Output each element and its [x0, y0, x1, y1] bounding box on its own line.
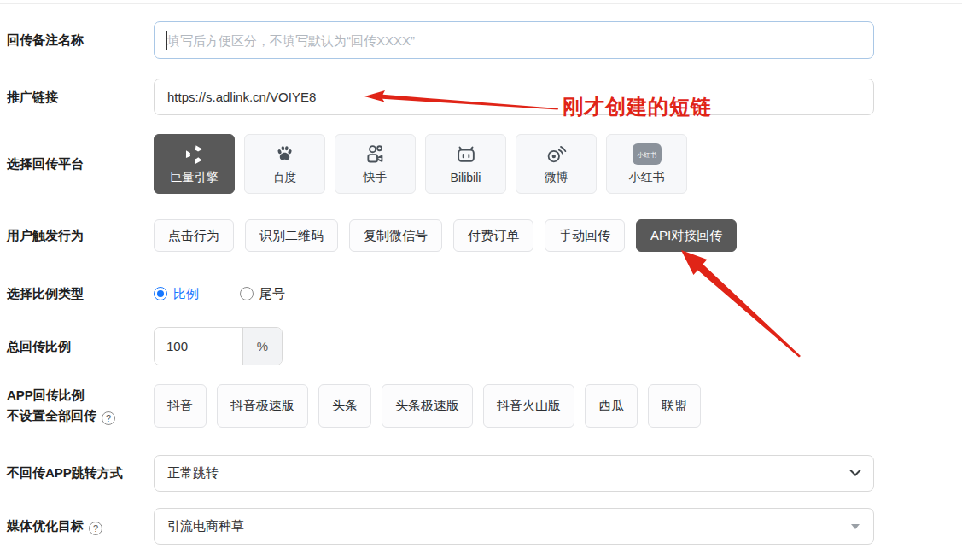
kuaishou-icon [364, 143, 386, 166]
total-ratio-input[interactable] [155, 328, 242, 365]
row-callback-name: 回传备注名称 [0, 21, 962, 59]
baidu-paw-icon [274, 143, 295, 166]
app-huoshan-button[interactable]: 抖音火山版 [483, 384, 574, 428]
platform-label-text: 百度 [273, 170, 297, 185]
media-goal-label: 媒体优化目标? [7, 518, 102, 535]
trigger-label: 用户触发行为 [7, 228, 84, 244]
total-ratio-label: 总回传比例 [7, 338, 71, 354]
platform-label-text: 微博 [545, 170, 568, 185]
platform-label-text: 小红书 [629, 170, 665, 185]
percent-addon: % [242, 328, 282, 365]
app-toutiao-button[interactable]: 头条 [318, 384, 371, 428]
weibo-icon [545, 143, 568, 166]
row-jump-mode: 不回传APP跳转方式 正常跳转 [0, 455, 962, 491]
row-platform: 选择回传平台 巨量引擎 [0, 134, 962, 194]
platform-bilibili[interactable]: Bilibili [425, 134, 506, 194]
platform-oceanengine[interactable]: 巨量引擎 [154, 134, 235, 194]
callback-name-input[interactable] [154, 21, 874, 59]
callback-name-label: 回传备注名称 [7, 32, 84, 49]
help-icon[interactable]: ? [89, 522, 102, 535]
platform-kuaishou[interactable]: 快手 [335, 134, 416, 194]
top-divider [0, 3, 962, 4]
caret-down-icon [851, 524, 860, 529]
xiaohongshu-badge-text: 小红书 [636, 151, 656, 159]
platform-label-text: Bilibili [451, 171, 481, 184]
row-trigger: 用户触发行为 点击行为 识别二维码 复制微信号 付费订单 手动回传 API对接回… [0, 219, 962, 252]
short-link-annotation: 刚才创建的短链 [563, 93, 712, 120]
jump-mode-value: 正常跳转 [167, 465, 219, 481]
row-promo-link: 推广链接 [0, 79, 962, 115]
text-cursor [166, 31, 167, 50]
promo-link-label: 推广链接 [7, 89, 58, 105]
app-toutiao-lite-button[interactable]: 头条极速版 [382, 384, 473, 428]
media-goal-value: 引流电商种草 [167, 518, 244, 534]
row-app-ratio: APP回传比例 不设置全部回传? 抖音 抖音极速版 头条 头条极速版 抖音火山版… [0, 383, 962, 428]
platform-label-text: 巨量引擎 [171, 170, 219, 185]
help-icon[interactable]: ? [102, 411, 115, 425]
total-ratio-group: % [154, 327, 283, 365]
app-douyin-button[interactable]: 抖音 [154, 384, 207, 428]
row-ratio-type: 选择比例类型 比例 尾号 [0, 283, 962, 305]
callback-config-form: 回传备注名称 推广链接 选择回传平台 [0, 0, 962, 560]
chevron-down-icon [849, 470, 861, 477]
trigger-manual-button[interactable]: 手动回传 [545, 219, 625, 252]
platform-label: 选择回传平台 [7, 156, 84, 172]
trigger-copy-wechat-button[interactable]: 复制微信号 [349, 219, 442, 252]
radio-unselected-icon [240, 287, 254, 300]
xiaohongshu-icon: 小红书 [633, 143, 662, 166]
trigger-paid-order-button[interactable]: 付费订单 [453, 219, 533, 252]
platform-baidu[interactable]: 百度 [244, 134, 325, 194]
trigger-click-button[interactable]: 点击行为 [154, 219, 234, 252]
jump-mode-select[interactable]: 正常跳转 [154, 455, 874, 492]
row-total-ratio: 总回传比例 % [0, 327, 962, 365]
app-lianmeng-button[interactable]: 联盟 [648, 384, 701, 428]
app-douyin-lite-button[interactable]: 抖音极速版 [217, 384, 308, 428]
media-goal-select[interactable]: 引流电商种草 [154, 508, 874, 545]
radio-selected-icon [154, 287, 167, 300]
platform-weibo[interactable]: 微博 [516, 134, 597, 194]
platform-xiaohongshu[interactable]: 小红书 小红书 [606, 134, 687, 194]
bilibili-tv-icon [455, 144, 477, 166]
promo-link-input[interactable] [154, 79, 874, 115]
row-media-goal: 媒体优化目标? 引流电商种草 [0, 508, 962, 545]
platform-label-text: 快手 [364, 170, 388, 185]
ratio-type-label: 选择比例类型 [7, 286, 84, 302]
radio-ratio[interactable]: 比例 [154, 286, 199, 302]
oceanengine-icon [184, 143, 206, 166]
trigger-api-button[interactable]: API对接回传 [636, 219, 737, 252]
jump-mode-label: 不回传APP跳转方式 [7, 465, 123, 481]
app-ratio-label: APP回传比例 不设置全部回传? [7, 385, 115, 426]
trigger-qrcode-button[interactable]: 识别二维码 [245, 219, 338, 252]
app-xigua-button[interactable]: 西瓜 [585, 384, 638, 428]
radio-tail-number[interactable]: 尾号 [240, 286, 285, 302]
